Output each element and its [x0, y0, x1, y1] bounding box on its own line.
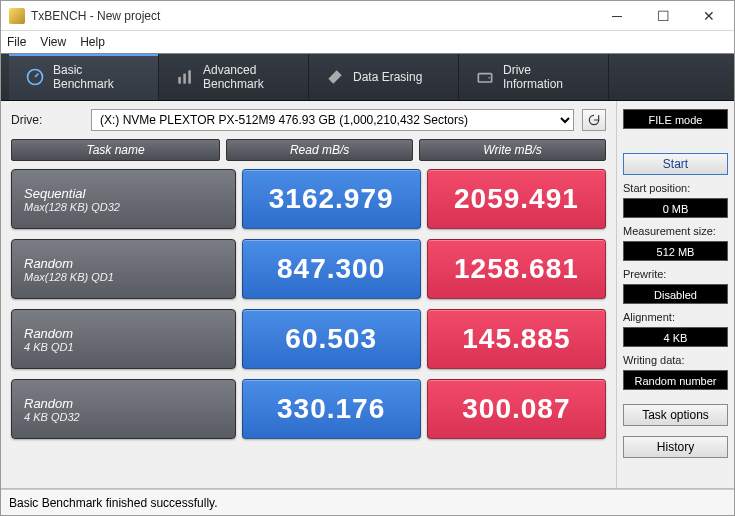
- task-name: Random: [24, 396, 223, 411]
- results-rows: Sequential Max(128 KB) QD32 3162.979 205…: [11, 169, 606, 439]
- side-panel: FILE mode Start Start position: 0 MB Mea…: [616, 101, 734, 488]
- menubar: File View Help: [1, 31, 734, 53]
- tab-sublabel: Benchmark: [53, 77, 114, 91]
- start-position-label: Start position:: [623, 182, 728, 194]
- tab-drive-information[interactable]: DriveInformation: [459, 54, 609, 100]
- drive-label: Drive:: [11, 113, 83, 127]
- col-task: Task name: [11, 139, 220, 161]
- svg-rect-3: [188, 70, 191, 83]
- menu-help[interactable]: Help: [80, 35, 105, 49]
- write-value: 1258.681: [427, 239, 606, 299]
- task-name: Random: [24, 326, 223, 341]
- drive-icon: [475, 67, 495, 87]
- read-value: 330.176: [242, 379, 421, 439]
- table-row: Sequential Max(128 KB) QD32 3162.979 205…: [11, 169, 606, 229]
- main-panel: Drive: (X:) NVMe PLEXTOR PX-512M9 476.93…: [1, 101, 616, 488]
- menu-view[interactable]: View: [40, 35, 66, 49]
- bars-icon: [175, 67, 195, 87]
- task-cell: Random 4 KB QD32: [11, 379, 236, 439]
- tab-basic-benchmark[interactable]: BasicBenchmark: [9, 54, 159, 100]
- drive-selector-row: Drive: (X:) NVMe PLEXTOR PX-512M9 476.93…: [11, 109, 606, 131]
- gauge-icon: [25, 67, 45, 87]
- prewrite-label: Prewrite:: [623, 268, 728, 280]
- content-area: Drive: (X:) NVMe PLEXTOR PX-512M9 476.93…: [1, 101, 734, 489]
- measurement-size-value[interactable]: 512 MB: [623, 241, 728, 261]
- tabstrip: BasicBenchmark AdvancedBenchmark Data Er…: [1, 53, 734, 101]
- tab-sublabel: Benchmark: [203, 77, 264, 91]
- file-mode-button[interactable]: FILE mode: [623, 109, 728, 129]
- table-row: Random Max(128 KB) QD1 847.300 1258.681: [11, 239, 606, 299]
- prewrite-value[interactable]: Disabled: [623, 284, 728, 304]
- tab-label: Drive: [503, 63, 563, 77]
- write-value: 2059.491: [427, 169, 606, 229]
- minimize-button[interactable]: ─: [594, 2, 640, 30]
- tab-data-erasing[interactable]: Data Erasing: [309, 54, 459, 100]
- tab-sublabel: Information: [503, 77, 563, 91]
- read-value: 847.300: [242, 239, 421, 299]
- task-cell: Random 4 KB QD1: [11, 309, 236, 369]
- reload-button[interactable]: [582, 109, 606, 131]
- status-text: Basic Benchmark finished successfully.: [9, 496, 218, 510]
- svg-rect-2: [183, 74, 186, 84]
- svg-rect-1: [178, 77, 181, 84]
- svg-point-5: [488, 77, 490, 79]
- reload-icon: [587, 113, 601, 127]
- start-position-value[interactable]: 0 MB: [623, 198, 728, 218]
- write-value: 300.087: [427, 379, 606, 439]
- writing-data-value[interactable]: Random number: [623, 370, 728, 390]
- tab-advanced-benchmark[interactable]: AdvancedBenchmark: [159, 54, 309, 100]
- statusbar: Basic Benchmark finished successfully.: [1, 489, 734, 515]
- task-detail: 4 KB QD1: [24, 341, 223, 353]
- table-row: Random 4 KB QD1 60.503 145.885: [11, 309, 606, 369]
- measurement-size-label: Measurement size:: [623, 225, 728, 237]
- drive-select[interactable]: (X:) NVMe PLEXTOR PX-512M9 476.93 GB (1,…: [91, 109, 574, 131]
- task-detail: 4 KB QD32: [24, 411, 223, 423]
- tab-label: Advanced: [203, 63, 264, 77]
- close-button[interactable]: ✕: [686, 2, 732, 30]
- table-header: Task name Read mB/s Write mB/s: [11, 139, 606, 161]
- task-name: Random: [24, 256, 223, 271]
- read-value: 3162.979: [242, 169, 421, 229]
- erase-icon: [325, 67, 345, 87]
- task-detail: Max(128 KB) QD1: [24, 271, 223, 283]
- history-button[interactable]: History: [623, 436, 728, 458]
- task-options-button[interactable]: Task options: [623, 404, 728, 426]
- task-cell: Sequential Max(128 KB) QD32: [11, 169, 236, 229]
- titlebar: TxBENCH - New project ─ ☐ ✕: [1, 1, 734, 31]
- table-row: Random 4 KB QD32 330.176 300.087: [11, 379, 606, 439]
- app-icon: [9, 8, 25, 24]
- task-name: Sequential: [24, 186, 223, 201]
- tab-label: Data Erasing: [353, 70, 422, 84]
- task-detail: Max(128 KB) QD32: [24, 201, 223, 213]
- alignment-value[interactable]: 4 KB: [623, 327, 728, 347]
- col-write: Write mB/s: [419, 139, 606, 161]
- tab-label: Basic: [53, 63, 114, 77]
- alignment-label: Alignment:: [623, 311, 728, 323]
- menu-file[interactable]: File: [7, 35, 26, 49]
- start-button[interactable]: Start: [623, 153, 728, 175]
- window-title: TxBENCH - New project: [31, 9, 594, 23]
- writing-data-label: Writing data:: [623, 354, 728, 366]
- read-value: 60.503: [242, 309, 421, 369]
- maximize-button[interactable]: ☐: [640, 2, 686, 30]
- task-cell: Random Max(128 KB) QD1: [11, 239, 236, 299]
- col-read: Read mB/s: [226, 139, 413, 161]
- write-value: 145.885: [427, 309, 606, 369]
